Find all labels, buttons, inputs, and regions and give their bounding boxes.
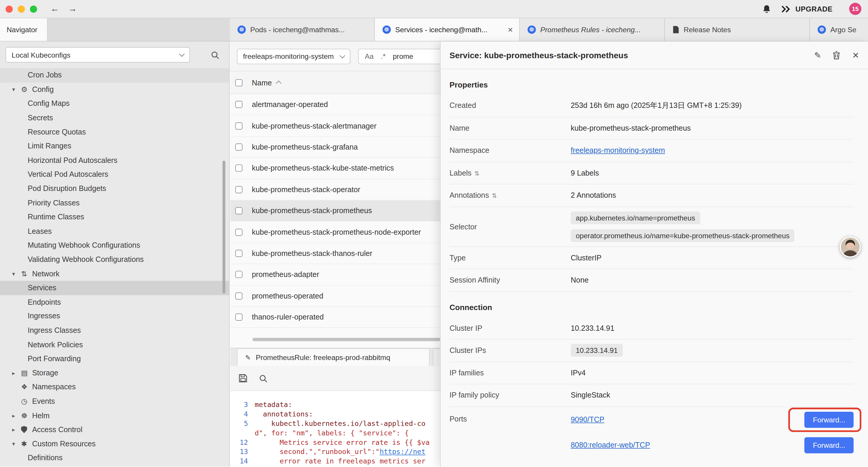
sidebar-item-storage[interactable]: ▸▤Storage [0,366,229,380]
sidebar-item-priority-classes[interactable]: Priority Classes [0,196,229,210]
sidebar-item-helm[interactable]: ▸☸Helm [0,408,229,422]
search-input[interactable] [393,52,437,60]
sidebar-item-network[interactable]: ▾⇅Network [0,267,229,281]
sidebar-item-access-control[interactable]: ▸Access Control [0,422,229,437]
sort-toggle-icon[interactable]: ⇅ [474,170,479,176]
namespaces-icon: ❖ [21,383,32,391]
chevron-down-icon[interactable]: ▾ [12,86,21,92]
tab-release-notes[interactable]: Release Notes [665,18,810,41]
chevron-right-icon[interactable]: ▸ [12,412,21,418]
dock-tab-prometheusrule[interactable]: ✎ PrometheusRule: freeleaps-prod-rabbitm… [237,348,430,366]
name-column-header[interactable]: Name [252,78,272,87]
user-avatar[interactable] [840,236,861,258]
sidebar-item-config[interactable]: ▾⚙Config [0,82,229,96]
sidebar-item-ingress-classes[interactable]: Ingress Classes [0,323,229,338]
row-checkbox[interactable] [235,292,242,299]
sidebar-item-endpoints[interactable]: Endpoints [0,295,229,309]
sidebar-item-namespaces[interactable]: ❖Namespaces [0,380,229,394]
detail-value: None [571,276,854,284]
kubeconfig-selector-value: Local Kubeconfigs [11,51,70,59]
chevron-down-icon[interactable]: ▾ [12,271,21,277]
sidebar-item-secrets[interactable]: Secrets [0,111,229,125]
regex-toggle[interactable]: .* [381,52,385,60]
row-checkbox[interactable] [235,207,242,214]
row-checkbox[interactable] [235,101,242,108]
sidebar-item-mutating-webhook-configurations[interactable]: Mutating Webhook Configurations [0,238,229,253]
sidebar-item-resource-quotas[interactable]: Resource Quotas [0,125,229,139]
port-forward-button[interactable]: Forward... [804,411,854,428]
sidebar-item-horizontal-pod-autoscalers[interactable]: Horizontal Pod Autoscalers [0,153,229,167]
sidebar-item-pod-disruption-budgets[interactable]: Pod Disruption Budgets [0,181,229,196]
sidebar-item-vertical-pod-autoscalers[interactable]: Vertical Pod Autoscalers [0,167,229,181]
code-text: error rate in freeleaps metrics ser [255,456,426,466]
detail-value: IPv4 [571,369,854,377]
sidebar-item-network-policies[interactable]: Network Policies [0,338,229,352]
sidebar-scrollbar[interactable] [222,160,225,293]
upgrade-button[interactable]: UPGRADE [781,5,833,13]
minimize-window-button[interactable] [18,5,25,12]
sort-ascending-icon[interactable] [276,81,282,86]
drawer-title: Service: kube-prometheus-stack-prometheu… [450,51,628,60]
namespace-selector[interactable]: freeleaps-monitoring-system [237,49,350,64]
sidebar-item-config-maps[interactable]: Config Maps [0,96,229,111]
match-case-toggle[interactable]: Aa [365,52,374,60]
storage-icon: ▤ [21,369,32,377]
row-checkbox[interactable] [235,122,242,129]
trash-icon[interactable] [833,51,840,59]
sidebar-item-cron-jobs[interactable]: Cron Jobs [0,68,229,82]
row-checkbox[interactable] [235,271,242,278]
port-link[interactable]: 8080:reloader-web/TCP [571,441,650,449]
edit-icon[interactable]: ✎ [814,50,821,60]
detail-value: freeleaps-monitoring-system [571,146,854,154]
row-checkbox[interactable] [235,143,242,150]
sidebar-item-services[interactable]: Services [0,281,229,295]
notification-count-badge[interactable]: 15 [849,3,861,15]
maximize-window-button[interactable] [30,5,37,12]
namespace-link[interactable]: freeleaps-monitoring-system [571,146,665,154]
navigator-panel-tab[interactable]: Navigator [0,18,48,41]
line-number: 3 [230,400,254,409]
sidebar-search-icon[interactable] [211,51,219,59]
sidebar-item-definitions[interactable]: Definitions [0,451,229,465]
sidebar-item-events[interactable]: ◷Events [0,394,229,408]
kubeconfig-selector[interactable]: Local Kubeconfigs [6,47,190,62]
tab-prometheus-rules-icecheng[interactable]: ☸Prometheus Rules - icecheng... [520,18,665,41]
tab-pods-icecheng-mathmas[interactable]: ☸Pods - icecheng@mathmas... [230,18,375,41]
select-all-checkbox[interactable] [235,79,242,86]
close-window-button[interactable] [6,5,13,12]
detail-text: IPv4 [571,369,586,377]
detail-value: 10.233.14.91 [571,340,854,361]
back-button[interactable]: ← [51,4,59,14]
forward-button[interactable]: → [68,4,77,14]
tab-label: Pods - icecheng@mathmas... [250,25,345,34]
row-checkbox[interactable] [235,165,242,172]
detail-text: None [571,276,589,284]
row-checkbox[interactable] [235,314,242,321]
sort-toggle-icon[interactable]: ⇅ [492,193,497,199]
notifications-bell-icon[interactable] [762,4,771,13]
sidebar-item-custom-resources[interactable]: ▾✱Custom Resources [0,437,229,451]
chevron-right-icon[interactable]: ▸ [12,427,21,433]
chevron-down-icon[interactable]: ▾ [12,441,21,447]
editor-search-icon[interactable] [259,374,267,382]
close-icon[interactable]: ✕ [507,26,513,33]
sidebar-item-validating-webhook-configurations[interactable]: Validating Webhook Configurations [0,253,229,267]
row-checkbox[interactable] [235,250,242,257]
chevron-right-icon[interactable]: ▸ [12,370,21,376]
close-icon[interactable]: ✕ [852,50,859,60]
save-icon[interactable] [239,374,248,383]
detail-label: Session Affinity [450,276,570,284]
tab-argo-se[interactable]: ☸Argo Se [810,18,868,41]
port-forward-button[interactable]: Forward... [804,437,854,453]
service-name: kube-prometheus-stack-grafana [252,143,358,151]
row-checkbox[interactable] [235,186,242,193]
sidebar-item-limit-ranges[interactable]: Limit Ranges [0,139,229,153]
sidebar-item-ingresses[interactable]: Ingresses [0,309,229,323]
sidebar-item-leases[interactable]: Leases [0,224,229,238]
sidebar-item-runtime-classes[interactable]: Runtime Classes [0,210,229,224]
port-link[interactable]: 9090/TCP [571,415,604,424]
row-checkbox[interactable] [235,229,242,236]
sidebar-item-port-forwarding[interactable]: Port Forwarding [0,352,229,366]
horizontal-scrollbar[interactable] [252,338,440,341]
tab-services-icecheng-math[interactable]: ☸Services - icecheng@math...✕ [375,18,520,41]
